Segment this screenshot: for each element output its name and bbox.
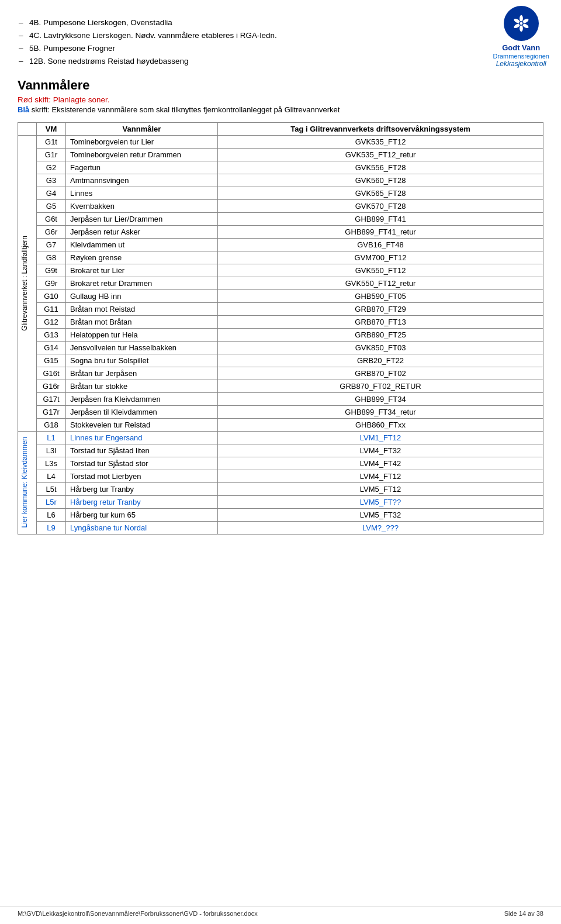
name-cell: Bråtan mot Bråtan [66, 315, 218, 328]
footer-page: Side 14 av 38 [504, 910, 543, 917]
name-cell: Amtmannsvingen [66, 174, 218, 187]
tag-cell: LVM5_FT?? [218, 495, 543, 508]
vm-cell: G15 [37, 354, 66, 367]
subtitle-blue: Blå skrift: Eksisterende vannmålere som … [18, 105, 543, 114]
vm-cell: G6t [37, 212, 66, 225]
vm-cell: G17t [37, 392, 66, 405]
table-row: L5tHårberg tur TranbyLVM5_FT12 [18, 482, 543, 495]
name-cell: Tomineborgveien retur Drammen [66, 148, 218, 161]
vm-cell: G18 [37, 418, 66, 431]
name-cell: Jerpåsen retur Asker [66, 225, 218, 238]
name-cell: Brokaret tur Lier [66, 264, 218, 277]
tag-cell: GHB899_FT34_retur [218, 405, 543, 418]
table-row: L3sTorstad tur Sjåstad storLVM4_FT42 [18, 457, 543, 470]
table-row: G6tJerpåsen tur Lier/DrammenGHB899_FT41 [18, 212, 543, 225]
col-header-section [18, 122, 37, 135]
vm-cell: L3l [37, 444, 66, 457]
vm-cell: G2 [37, 161, 66, 174]
tag-cell: GVK570_FT28 [218, 199, 543, 212]
tag-cell: GVK560_FT28 [218, 174, 543, 187]
vm-cell: G3 [37, 174, 66, 187]
blue-word: Blå [18, 105, 29, 114]
name-cell: Lyngåsbane tur Nordal [66, 521, 218, 534]
vm-cell: G5 [37, 199, 66, 212]
vm-cell: G12 [37, 315, 66, 328]
vm-cell: G6r [37, 225, 66, 238]
name-cell: Bråtan tur stokke [66, 380, 218, 392]
bullet-item-3: 5B. Pumpesone Frogner [18, 43, 543, 54]
footer-path: M:\GVD\Lekkasjekontroll\Sonevannmålere\F… [18, 910, 258, 917]
table-row: L5rHårberg retur TranbyLVM5_FT?? [18, 495, 543, 508]
name-cell: Kvernbakken [66, 199, 218, 212]
table-row: G15Sogna bru tur SolspilletGRB20_FT22 [18, 354, 543, 367]
tag-cell: GVK556_FT28 [218, 161, 543, 174]
tag-cell: GRB870_FT29 [218, 302, 543, 315]
table-row: G6rJerpåsen retur AskerGHB899_FT41_retur [18, 225, 543, 238]
name-cell: Torstad tur Sjåstad liten [66, 444, 218, 457]
tag-cell: GHB899_FT34 [218, 392, 543, 405]
vm-cell: G9t [37, 264, 66, 277]
subtitle-blue-text: skrift: Eksisterende vannmålere som skal… [32, 105, 340, 114]
vm-cell: L9 [37, 521, 66, 534]
vm-cell: G14 [37, 341, 66, 354]
vm-cell: L5r [37, 495, 66, 508]
name-cell: Hårberg retur Tranby [66, 495, 218, 508]
table-row: Lier kommune: KleivdammenL1Linnes tur En… [18, 431, 543, 444]
subtitle-red: Rød skift: Planlagte soner. [18, 95, 543, 104]
vm-cell: G10 [37, 289, 66, 302]
name-cell: Linnes tur Engersand [66, 431, 218, 444]
table-row: G13Heiatoppen tur HeiaGRB890_FT25 [18, 328, 543, 341]
vm-cell: G11 [37, 302, 66, 315]
tag-cell: GVM700_FT12 [218, 251, 543, 264]
tag-cell: GHB860_FTxx [218, 418, 543, 431]
tag-cell: GVK535_FT12 [218, 135, 543, 148]
vm-cell: L1 [37, 431, 66, 444]
tag-cell: GVK550_FT12_retur [218, 277, 543, 289]
name-cell: Fagertun [66, 161, 218, 174]
tag-cell: GRB20_FT22 [218, 354, 543, 367]
table-row: G16tBråtan tur JerpåsenGRB870_FT02 [18, 367, 543, 380]
table-row: G9rBrokaret retur DrammenGVK550_FT12_ret… [18, 277, 543, 289]
name-cell: Hårberg tur Tranby [66, 482, 218, 495]
table-header-row: VM Vannmåler Tag i Glitrevannverkets dri… [18, 122, 543, 135]
table-row: L9Lyngåsbane tur NordalLVM?_??? [18, 521, 543, 534]
tag-cell: GVK550_FT12 [218, 264, 543, 277]
table-row: G3AmtmannsvingenGVK560_FT28 [18, 174, 543, 187]
page-content: 4B. Pumpesone Lierskogen, Ovenstadlia 4C… [0, 6, 561, 570]
name-cell: Sogna bru tur Solspillet [66, 354, 218, 367]
vm-cell: G4 [37, 187, 66, 199]
tag-cell: LVM?_??? [218, 521, 543, 534]
table-row: G9tBrokaret tur LierGVK550_FT12 [18, 264, 543, 277]
name-cell: Jerpåsen til Kleivdammen [66, 405, 218, 418]
name-cell: Stokkeveien tur Reistad [66, 418, 218, 431]
footer: M:\GVD\Lekkasjekontroll\Sonevannmålere\F… [0, 906, 561, 917]
table-row: G18Stokkeveien tur ReistadGHB860_FTxx [18, 418, 543, 431]
vm-cell: G7 [37, 238, 66, 251]
table-row: G7Kleivdammen utGVB16_FT48 [18, 238, 543, 251]
vm-cell: G1r [37, 148, 66, 161]
tag-cell: LVM4_FT32 [218, 444, 543, 457]
name-cell: Jerpåsen fra Kleivdammen [66, 392, 218, 405]
tag-cell: GRB870_FT02 [218, 367, 543, 380]
vm-cell: G17r [37, 405, 66, 418]
tag-cell: LVM4_FT42 [218, 457, 543, 470]
vm-cell: G1t [37, 135, 66, 148]
tag-cell: GRB870_FT02_RETUR [218, 380, 543, 392]
vm-cell: G9r [37, 277, 66, 289]
tag-cell: LVM5_FT32 [218, 508, 543, 521]
vm-cell: G13 [37, 328, 66, 341]
name-cell: Røyken grense [66, 251, 218, 264]
tag-cell: LVM5_FT12 [218, 482, 543, 495]
table-row: L3lTorstad tur Sjåstad litenLVM4_FT32 [18, 444, 543, 457]
col-header-name: Vannmåler [66, 122, 218, 135]
main-table: VM Vannmåler Tag i Glitrevannverkets dri… [18, 122, 543, 535]
col-header-vm: VM [37, 122, 66, 135]
tag-cell: GHB899_FT41_retur [218, 225, 543, 238]
tag-cell: LVM4_FT12 [218, 470, 543, 482]
tag-cell: GVB16_FT48 [218, 238, 543, 251]
name-cell: Bråtan tur Jerpåsen [66, 367, 218, 380]
tag-cell: GVK565_FT28 [218, 187, 543, 199]
bullet-list: 4B. Pumpesone Lierskogen, Ovenstadlia 4C… [18, 18, 543, 67]
bullet-item-4: 12B. Sone nedstrøms Reistad høydebasseng [18, 56, 543, 67]
table-row: G2FagertunGVK556_FT28 [18, 161, 543, 174]
